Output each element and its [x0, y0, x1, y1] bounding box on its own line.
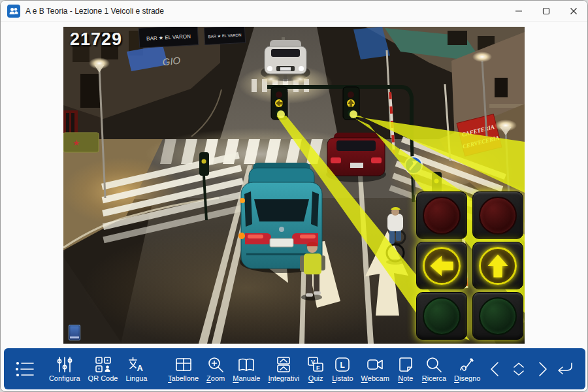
- minimize-button[interactable]: [505, 1, 532, 22]
- title-bar: A e B Teoria - Lezione 1 Veicoli e strad…: [1, 1, 587, 22]
- chevron-up-down-icon: [510, 360, 528, 378]
- qr-code-icon: [95, 356, 112, 373]
- close-button[interactable]: [560, 1, 587, 22]
- graffiti-text: GIO: [162, 55, 181, 68]
- open-book-icon: [238, 356, 255, 373]
- red-lamp-off: [479, 197, 517, 235]
- toolbar-item-configura[interactable]: Configura: [45, 353, 84, 384]
- toolbar-item-tabellone[interactable]: Tabellone: [164, 353, 203, 384]
- toolbar-label: Quiz: [308, 374, 323, 382]
- people-icon: [8, 6, 19, 16]
- minimize-icon: [515, 7, 523, 15]
- shop-sign-left: ★: [63, 133, 99, 152]
- toolbar-item-lingua[interactable]: A Lingua: [122, 353, 151, 384]
- sliders-icon: [56, 356, 73, 373]
- maximize-icon: [542, 7, 550, 15]
- toolbar-item-zoom[interactable]: Zoom: [203, 353, 229, 384]
- list-l-icon: L: [334, 356, 351, 373]
- green-lamp-off: [423, 297, 461, 335]
- traffic-light-green-right: [472, 292, 523, 340]
- toolbar-label: Listato: [332, 374, 353, 382]
- white-car: [261, 40, 310, 84]
- board-grid-icon: [175, 356, 192, 373]
- traffic-light-red-left: [416, 191, 467, 239]
- svg-text:F: F: [316, 365, 320, 371]
- toolbar-label: Zoom: [206, 374, 225, 382]
- return-button[interactable]: [553, 355, 576, 384]
- stacked-images-icon: [275, 356, 292, 373]
- toolbar-label: Tabellone: [168, 374, 199, 382]
- close-icon: [570, 7, 578, 15]
- zoom-in-icon: [207, 356, 224, 373]
- true-false-quiz-icon: V F: [307, 356, 324, 373]
- traffic-light-panel: [416, 191, 523, 340]
- traffic-light-yellow-right: [472, 242, 523, 289]
- yellow-up-arrow-lamp-lit: [479, 247, 517, 285]
- toolbar-label: Integrativi: [268, 374, 299, 382]
- bar-sign-right: BAR ★ EL VARON: [204, 27, 245, 44]
- toolbar-item-manuale[interactable]: Manuale: [229, 353, 264, 384]
- draw-pen-icon: [459, 356, 476, 373]
- sida-watermark-logo: [69, 325, 80, 340]
- toolbar-item-ricerca[interactable]: Ricerca: [418, 353, 450, 384]
- toolbar-label: Configura: [49, 374, 80, 382]
- toolbar-item-webcam[interactable]: Webcam: [357, 353, 393, 384]
- lesson-scene[interactable]: BAR ★ EL VARON BAR ★ EL VARON GIO CAFETE…: [63, 27, 525, 344]
- webcam-icon: [367, 356, 384, 373]
- search-icon: [425, 356, 442, 373]
- toolbar-label: Ricerca: [422, 374, 446, 382]
- lesson-number: 21729: [70, 29, 122, 50]
- traffic-light-green-left: [416, 292, 467, 340]
- bar-sign-left: BAR ★ EL VARON: [139, 27, 198, 48]
- app-icon: [7, 5, 20, 18]
- chevron-left-icon: [487, 361, 504, 378]
- toolbar-label: Manuale: [233, 374, 260, 382]
- svg-text:★: ★: [73, 138, 80, 148]
- traffic-light-yellow-left: [416, 242, 467, 289]
- app-window: A e B Teoria - Lezione 1 Veicoli e strad…: [0, 0, 588, 392]
- toolbar-label: Lingua: [125, 374, 147, 382]
- red-lamp-off: [423, 197, 461, 235]
- up-arrow-icon: [483, 252, 512, 280]
- traffic-light-column-left: [416, 191, 467, 340]
- traffic-light-red-right: [472, 191, 523, 239]
- chevron-right-icon: [533, 361, 550, 378]
- toolbar-label: QR Code: [88, 374, 118, 382]
- toolbar-item-quiz[interactable]: V F Quiz: [303, 353, 328, 384]
- menu-button[interactable]: [10, 354, 40, 384]
- green-lamp-off: [479, 297, 517, 335]
- previous-button[interactable]: [484, 355, 507, 384]
- language-icon: A: [128, 356, 145, 373]
- svg-text:L: L: [340, 361, 345, 370]
- toolbar-label: Webcam: [361, 374, 389, 382]
- toolbar-label: Note: [398, 374, 413, 382]
- toolbar-item-note[interactable]: Note: [393, 353, 418, 384]
- note-page-icon: [397, 356, 414, 373]
- svg-text:A: A: [137, 363, 143, 373]
- maximize-button[interactable]: [532, 1, 560, 22]
- left-arrow-icon: [427, 252, 456, 280]
- toolbar-item-integrativi[interactable]: Integrativi: [264, 353, 303, 384]
- toolbar-item-qr-code[interactable]: QR Code: [84, 353, 122, 384]
- window-title: A e B Teoria - Lezione 1 Veicoli e strad…: [25, 7, 164, 16]
- next-button[interactable]: [531, 355, 553, 384]
- toolbar-item-disegno[interactable]: Disegno: [450, 353, 484, 384]
- bottom-toolbar: Configura QR Code A Lingua: [4, 348, 585, 389]
- traffic-light-column-right: [472, 191, 523, 340]
- expand-collapse-button[interactable]: [508, 355, 531, 384]
- return-arrow-icon: [555, 361, 574, 378]
- list-menu-icon: [15, 360, 35, 378]
- toolbar-label: Disegno: [454, 374, 480, 382]
- yellow-left-arrow-lamp-lit: [423, 247, 461, 285]
- red-car: [326, 133, 386, 182]
- toolbar-item-listato[interactable]: L Listato: [328, 353, 357, 384]
